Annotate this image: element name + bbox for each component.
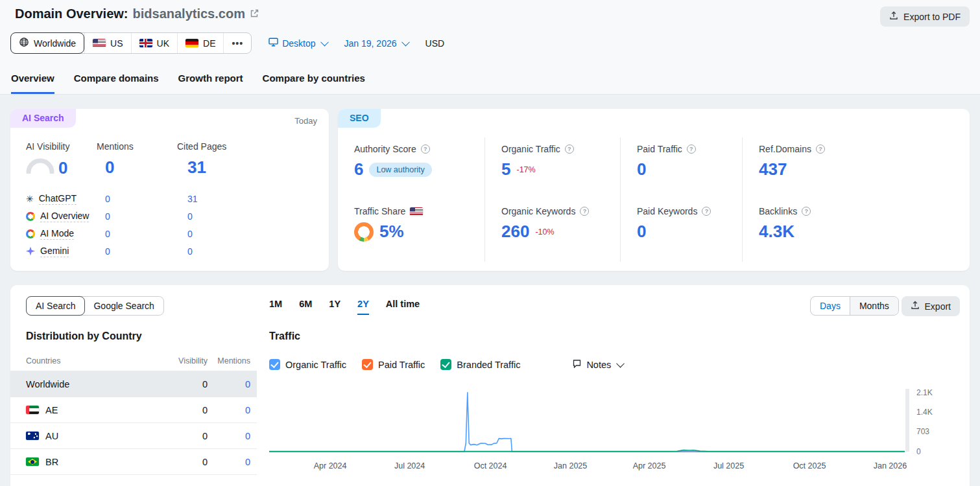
legend-paid-traffic[interactable]: Paid Traffic (362, 359, 425, 370)
list-item: ✳ChatGPT 0 31 (10, 190, 329, 207)
col-visibility[interactable]: Visibility (149, 356, 208, 365)
chatgpt-mentions[interactable]: 0 (97, 194, 177, 204)
granularity-months[interactable]: Months (850, 297, 898, 315)
google-icon (26, 212, 35, 221)
ai-mode-mentions[interactable]: 0 (97, 229, 177, 239)
visibility-gauge-icon (26, 157, 54, 178)
y-axis: 2.1K 1.4K 703 0 (916, 385, 949, 456)
toggle-google-search[interactable]: Google Search (84, 297, 163, 315)
checkbox-checked-icon[interactable] (362, 359, 373, 370)
range-1m[interactable]: 1M (269, 299, 282, 315)
ai-search-card: AI Search Today AI Visibility 0 Mentions… (10, 109, 329, 271)
location-uk[interactable]: UK (131, 33, 177, 53)
table-row[interactable]: Worldwide 0 0 (10, 371, 257, 397)
info-icon[interactable]: ? (580, 207, 589, 216)
toggle-ai-search[interactable]: AI Search (26, 296, 85, 316)
col-countries[interactable]: Countries (10, 356, 149, 365)
ai-overview-mentions[interactable]: 0 (97, 211, 177, 222)
more-locations-button[interactable]: ••• (223, 33, 251, 53)
globe-icon (19, 37, 29, 49)
location-selector: Worldwide US UK DE ••• (10, 32, 252, 54)
traffic-section: Traffic Organic Traffic Paid Traffic Bra… (269, 330, 959, 342)
list-item: AI Overview 0 0 (10, 207, 329, 225)
ref-domains-value[interactable]: 437 (759, 159, 787, 179)
chevron-down-icon (320, 38, 329, 47)
filter-bar: Worldwide US UK DE ••• Desktop (10, 32, 970, 54)
authority-score-cell: Authority Score? 6Low authority (338, 137, 485, 200)
location-us[interactable]: US (84, 33, 130, 53)
table-row[interactable]: AU 0 0 (10, 423, 257, 449)
x-axis: Apr 2024 Jul 2024 Oct 2024 Jan 2025 Apr … (269, 461, 905, 472)
granularity-days[interactable]: Days (811, 297, 850, 315)
export-button[interactable]: Export (902, 296, 960, 316)
tab-overview[interactable]: Overview (11, 66, 54, 94)
traffic-chart[interactable]: 2.1K 1.4K 703 0 Apr 2024 Jul 2024 Oct 20… (269, 385, 963, 469)
authority-tag: Low authority (369, 163, 431, 177)
col-mentions[interactable]: Mentions (208, 356, 257, 365)
currency-label: USD (425, 38, 445, 49)
ai-mode-cited[interactable]: 0 (177, 229, 329, 239)
gemini-mentions[interactable]: 0 (97, 246, 177, 257)
chart-plot-area[interactable] (269, 385, 905, 456)
table-row[interactable]: BR 0 0 (10, 449, 257, 475)
external-link-icon[interactable] (250, 6, 259, 21)
info-icon[interactable]: ? (802, 207, 811, 216)
checkbox-checked-icon[interactable] (269, 359, 280, 370)
gemini-cited[interactable]: 0 (177, 246, 329, 257)
tab-growth-report[interactable]: Growth report (178, 66, 243, 94)
backlinks-cell: Backlinks? 4.3K (743, 200, 970, 262)
range-2y[interactable]: 2Y (357, 299, 369, 315)
tab-compare-domains[interactable]: Compare domains (74, 66, 159, 94)
info-icon[interactable]: ? (816, 145, 825, 154)
desktop-icon (269, 38, 278, 49)
checkbox-checked-icon[interactable] (440, 359, 451, 370)
table-row[interactable]: AE 0 0 (10, 397, 257, 423)
range-1y[interactable]: 1Y (329, 299, 341, 315)
ai-metrics: AI Visibility 0 Mentions 0 Cited Pages 3… (10, 141, 329, 178)
flag-ae-icon (26, 406, 39, 414)
info-icon[interactable]: ? (565, 145, 574, 154)
tab-compare-by-countries[interactable]: Compare by countries (263, 66, 365, 94)
organic-keywords-cell: Organic Keywords? 260-10% (485, 200, 621, 262)
paid-keywords-value[interactable]: 0 (637, 222, 646, 242)
seo-badge: SEO (338, 109, 381, 128)
list-item: Gemini 0 0 (10, 242, 329, 260)
organic-keywords-value[interactable]: 260 (501, 222, 529, 242)
date-selector[interactable]: Jan 19, 2026 (344, 38, 409, 49)
distribution-title: Distribution by Country (10, 330, 257, 342)
table-header: Countries Visibility Mentions (10, 356, 257, 371)
traffic-share-donut-icon (354, 222, 374, 242)
chatgpt-cited[interactable]: 31 (177, 194, 329, 204)
traffic-title: Traffic (269, 330, 959, 342)
location-de[interactable]: DE (177, 33, 223, 53)
legend-organic-traffic[interactable]: Organic Traffic (269, 359, 346, 370)
paid-keywords-cell: Paid Keywords? 0 (621, 200, 743, 262)
flag-us-icon (410, 207, 423, 216)
distribution-by-country: Distribution by Country Countries Visibi… (10, 330, 257, 475)
device-selector[interactable]: Desktop (269, 38, 327, 49)
range-6m[interactable]: 6M (299, 299, 312, 315)
mentions-value: 0 (97, 157, 177, 178)
info-icon[interactable]: ? (687, 145, 696, 154)
notes-icon (572, 359, 582, 370)
export-icon (911, 301, 920, 312)
backlinks-value[interactable]: 4.3K (759, 222, 795, 242)
gemini-icon (26, 247, 35, 256)
nav-tabs: Overview Compare domains Growth report C… (0, 66, 980, 94)
notes-dropdown[interactable]: Notes (572, 359, 623, 370)
list-item: AI Mode 0 0 (10, 225, 329, 242)
range-all-time[interactable]: All time (386, 299, 420, 315)
flag-us-icon (93, 39, 106, 47)
export-to-pdf-button[interactable]: Export to PDF (880, 6, 970, 27)
ai-overview-cited[interactable]: 0 (177, 211, 329, 222)
info-icon[interactable]: ? (421, 145, 430, 154)
chart-legend: Organic Traffic Paid Traffic Branded Tra… (269, 359, 959, 370)
search-source-toggle: AI Search Google Search (26, 296, 164, 316)
location-worldwide[interactable]: Worldwide (10, 32, 84, 54)
paid-traffic-value[interactable]: 0 (637, 159, 646, 179)
info-icon[interactable]: ? (702, 207, 711, 216)
legend-branded-traffic[interactable]: Branded Traffic (440, 359, 520, 370)
organic-traffic-value[interactable]: 5 (501, 159, 510, 179)
cited-pages-value: 31 (177, 157, 329, 178)
flag-de-icon (185, 39, 198, 47)
